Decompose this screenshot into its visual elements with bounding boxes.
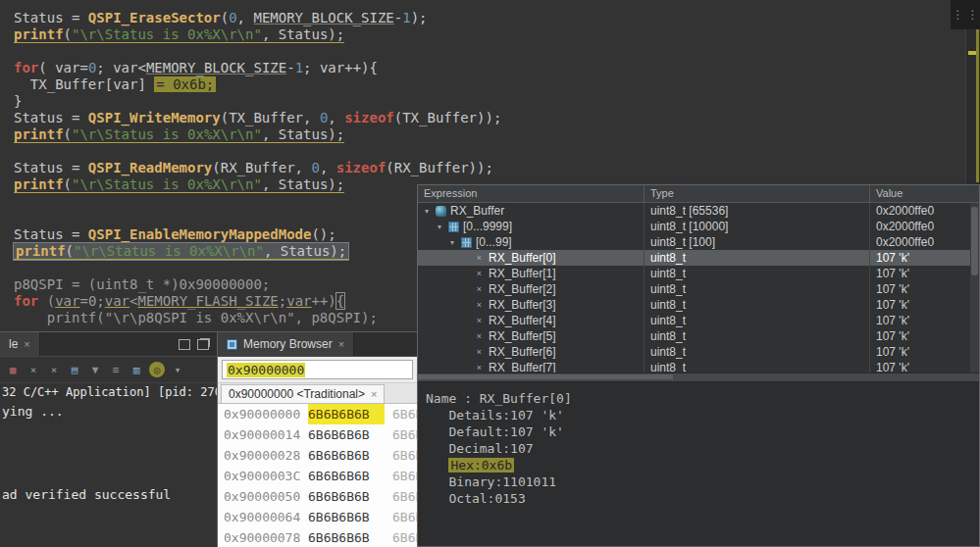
- expression-cell: ▾[0...99]: [418, 234, 645, 250]
- expression-label: RX_Buffer[2]: [489, 282, 555, 296]
- panel-window-controls: [179, 339, 209, 350]
- expression-label: RX_Buffer[6]: [489, 345, 555, 359]
- memory-row[interactable]: 0x900000786B6B6B6B6B6B6B6B: [218, 527, 417, 547]
- memory-grid[interactable]: 0x900000006B6B6B6B6B6B6B6B0x900000146B6B…: [218, 404, 417, 547]
- pin-console-icon[interactable]: ◎: [149, 362, 165, 377]
- memory-row[interactable]: 0x900000006B6B6B6B6B6B6B6B: [218, 404, 417, 424]
- expression-label: RX_Buffer: [450, 204, 504, 218]
- scrollbar-thumb[interactable]: [971, 207, 978, 275]
- console-tab[interactable]: le ×: [0, 332, 40, 356]
- remove-all-launches-icon[interactable]: ×: [46, 362, 62, 377]
- memory-row[interactable]: 0x900000646B6B6B6B6B6B6B6B: [218, 507, 417, 527]
- array-icon: [461, 237, 472, 248]
- variable-icon: ×: [474, 300, 485, 310]
- column-header-expression[interactable]: Expression: [418, 185, 645, 202]
- value-cell: 107 'k': [870, 344, 979, 360]
- expression-row[interactable]: ×RX_Buffer[6]uint8_t107 'k': [418, 344, 979, 360]
- memory-row[interactable]: 0x900000146B6B6B6B6B6B6B6B: [218, 424, 417, 445]
- code-token: =0;: [79, 293, 104, 309]
- expander-icon[interactable]: ▾: [435, 223, 444, 231]
- close-icon[interactable]: ×: [24, 338, 29, 350]
- expression-label: RX_Buffer[7]: [489, 361, 555, 373]
- code-line[interactable]: [14, 43, 501, 60]
- code-line[interactable]: printf("\r\Status is 0x%X\r\n", Status);: [14, 26, 501, 43]
- memory-rendering-tab-label: 0x90000000 <Traditional>: [229, 387, 365, 401]
- code-line[interactable]: printf("\r\Status is 0x%X\r\n", Status);: [14, 126, 501, 143]
- code-token: ; var<: [96, 60, 146, 75]
- code-token: 0: [311, 160, 319, 175]
- code-token: MEMORY_BLOCK_SIZE: [146, 60, 286, 75]
- show-console-icon[interactable]: ▤: [67, 362, 82, 377]
- type-cell: uint8_t: [645, 344, 870, 360]
- code-token: Status =: [14, 226, 88, 242]
- expression-cell: ×RX_Buffer[4]: [418, 313, 645, 328]
- horizontal-scrollbar-thumb[interactable]: [418, 374, 673, 379]
- expression-row[interactable]: ▾[0...99]uint8_t [100]0x2000ffe0: [418, 234, 979, 250]
- code-token: , Status);: [264, 243, 346, 259]
- memory-address: 0x90000078: [218, 527, 306, 547]
- memory-value: 6B6B6B6B: [308, 424, 385, 445]
- clear-console-icon[interactable]: ▥: [129, 362, 144, 377]
- code-token: (: [64, 26, 72, 42]
- console-line: [2, 436, 217, 453]
- expression-row[interactable]: ×RX_Buffer[1]uint8_t107 'k': [418, 266, 979, 281]
- detail-line: Decimal:107: [426, 440, 979, 457]
- memory-address: 0x90000050: [218, 486, 306, 507]
- expression-cell: ▾RX_Buffer: [418, 203, 645, 219]
- remove-launch-icon[interactable]: ×: [26, 362, 41, 377]
- code-token: (RX_Buffer));: [386, 160, 493, 175]
- expression-row[interactable]: ×RX_Buffer[7]uint8_t107 'k': [418, 360, 979, 373]
- minimize-icon[interactable]: [179, 339, 190, 350]
- panel-splitter[interactable]: [418, 373, 979, 382]
- expression-row[interactable]: ×RX_Buffer[5]uint8_t107 'k': [418, 328, 979, 344]
- code-line[interactable]: TX_Buffer[var] = 0x6b;: [14, 76, 501, 93]
- code-line[interactable]: Status = QSPI_EraseSector(0, MEMORY_BLOC…: [14, 10, 501, 26]
- code-line[interactable]: Status = QSPI_ReadMemory(RX_Buffer, 0, s…: [14, 160, 501, 176]
- detail-line: Name : RX_Buffer[0]: [426, 390, 979, 407]
- console-output[interactable]: 32 C/C++ Application] [pid: 270] ying ..…: [0, 385, 217, 503]
- expression-row[interactable]: ×RX_Buffer[3]uint8_t107 'k': [418, 297, 979, 313]
- expression-row[interactable]: ▾RX_Bufferuint8_t [65536]0x2000ffe0: [418, 203, 979, 219]
- scroll-lock-icon[interactable]: ▼: [87, 362, 103, 377]
- code-token: = 0x6b;: [154, 76, 216, 92]
- word-wrap-icon[interactable]: ≡: [108, 362, 124, 377]
- memory-value: 6B6B6B6B: [308, 486, 385, 507]
- memory-browser-tab[interactable]: Memory Browser ×: [218, 332, 354, 356]
- array-icon: [448, 222, 459, 232]
- memory-value: 6B6B6B6B: [392, 527, 417, 547]
- value-cell: 107 'k': [870, 328, 979, 344]
- terminate-icon[interactable]: ■: [5, 362, 21, 377]
- column-header-value[interactable]: Value: [870, 185, 979, 202]
- code-token: MEMORY_FLASH_SIZE: [137, 293, 278, 309]
- expander-icon[interactable]: ▾: [422, 207, 432, 216]
- expander-icon[interactable]: ▾: [447, 238, 457, 247]
- code-token: QSPI_ReadMemory: [88, 160, 212, 175]
- code-token: );: [411, 10, 428, 25]
- console-tab-label: le: [9, 337, 18, 351]
- code-line[interactable]: for( var=0; var<MEMORY_BLOCK_SIZE-1; var…: [14, 60, 501, 76]
- code-line[interactable]: }: [14, 93, 501, 110]
- memory-row[interactable]: 0x900000506B6B6B6B6B6B6B6B: [218, 486, 417, 507]
- expression-cell: ×RX_Buffer[5]: [418, 328, 645, 344]
- column-header-type[interactable]: Type: [645, 185, 870, 202]
- vertical-scrollbar[interactable]: [970, 203, 979, 373]
- expression-row[interactable]: ×RX_Buffer[2]uint8_t107 'k': [418, 281, 979, 297]
- memory-row[interactable]: 0x900000286B6B6B6B6B6B6B6B: [218, 445, 417, 466]
- close-icon[interactable]: ×: [371, 388, 377, 400]
- expression-cell: ×RX_Buffer[7]: [418, 360, 645, 373]
- close-icon[interactable]: ×: [338, 338, 344, 350]
- code-line[interactable]: [14, 143, 501, 160]
- open-console-dropdown-icon[interactable]: ▾: [170, 362, 185, 377]
- expression-label: RX_Buffer[4]: [489, 314, 555, 327]
- memory-row[interactable]: 0x9000003C6B6B6B6B6B6B6B6B: [218, 466, 417, 486]
- memory-address-input[interactable]: 0x90000000: [222, 360, 413, 379]
- console-panel: le × ■××▤▼≡▥◎▾ 32 C/C++ Application] [pi…: [0, 331, 218, 547]
- code-token: (TX_Buffer));: [394, 110, 502, 125]
- memory-rendering-tab[interactable]: 0x90000000 <Traditional> ×: [221, 384, 385, 403]
- expression-row[interactable]: ×RX_Buffer[0]uint8_t107 'k': [418, 250, 979, 266]
- editor-toolbar-handle[interactable]: ⋮⋮: [951, 0, 980, 29]
- expression-row[interactable]: ▾[0...9999]uint8_t [10000]0x2000ffe0: [418, 219, 979, 234]
- maximize-icon[interactable]: [197, 339, 209, 350]
- code-line[interactable]: Status = QSPI_WriteMemory(TX_Buffer, 0, …: [14, 110, 501, 126]
- expression-row[interactable]: ×RX_Buffer[4]uint8_t107 'k': [418, 313, 979, 328]
